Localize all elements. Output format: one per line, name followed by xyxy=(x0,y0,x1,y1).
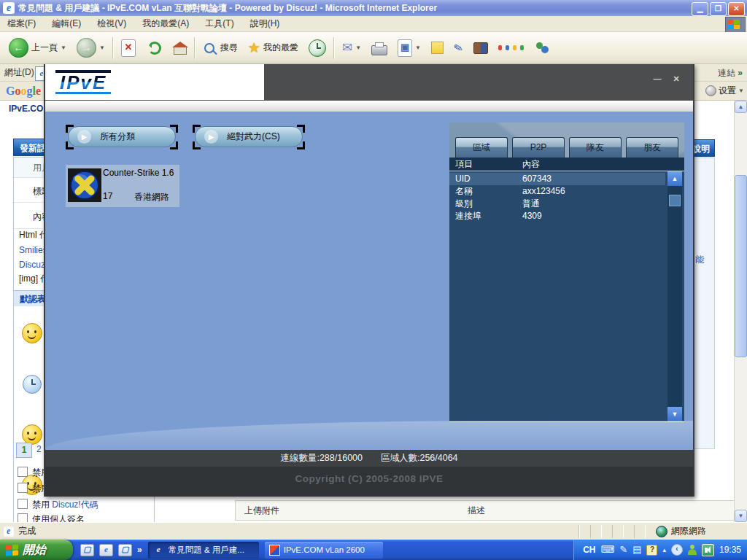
volume-icon[interactable] xyxy=(702,544,714,556)
app-status-line: 連線數量:288/16000 區域人數:256/4064 xyxy=(45,450,693,467)
help-tray-icon[interactable]: ? xyxy=(646,545,657,556)
refresh-button[interactable] xyxy=(143,38,166,58)
mail-dropdown-icon[interactable]: ▼ xyxy=(355,44,361,51)
hide-icons-button[interactable]: ▴ xyxy=(662,545,666,555)
search-button[interactable]: 搜尋 xyxy=(200,40,241,56)
mail-button[interactable]: ✉ ▼ xyxy=(339,39,364,57)
tab-teammates[interactable]: 隊友 xyxy=(569,137,622,158)
menu-tools[interactable]: 工具(T) xyxy=(205,18,233,30)
research-button[interactable] xyxy=(471,41,491,55)
ipve-logo: IPvE xyxy=(55,70,111,94)
blush-smiley-icon[interactable] xyxy=(22,424,42,445)
menu-edit[interactable]: 編輯(E) xyxy=(52,18,81,30)
scrollbar-thumb[interactable] xyxy=(735,175,747,357)
pen-icon[interactable]: ✎ xyxy=(619,545,627,555)
taskbar-task-vlan[interactable]: IPvE.COM vLan 2600 xyxy=(265,542,383,559)
back-button[interactable]: ← 上一頁 ▼ xyxy=(6,36,69,59)
ie-quicklaunch-icon[interactable]: e xyxy=(99,544,113,556)
zone-stat: 區域人數:256/4064 xyxy=(381,453,458,463)
checkbox-icon[interactable] xyxy=(18,483,28,493)
google-settings-label: 设置 xyxy=(719,85,736,97)
info-panel: 區域 P2P 隊友 朋友 項目 內容 UID607343 名稱axx123456 xyxy=(449,122,684,422)
column-item: 項目 xyxy=(455,158,473,171)
browser-scrollbar[interactable]: ▲ ▼ xyxy=(734,101,747,522)
tab-p2p[interactable]: P2P xyxy=(512,137,565,158)
table-row-uid[interactable]: UID607343 xyxy=(449,173,665,185)
menu-file[interactable]: 檔案(F) xyxy=(7,18,36,30)
scroll-up-icon[interactable]: ▲ xyxy=(735,101,747,113)
forward-button[interactable]: → ▼ xyxy=(74,36,108,59)
app-copyright: Copyright (C) 2005-2008 IPVE xyxy=(45,467,693,497)
table-row-name[interactable]: 名稱axx123456 xyxy=(449,185,665,198)
pagination-page-2[interactable]: 2 xyxy=(36,444,42,454)
scroll-down-icon[interactable]: ▼ xyxy=(735,510,747,522)
ebay-button[interactable] xyxy=(495,44,527,52)
game-list-item[interactable]: Counter-Strike 1.6 17 香港網路 xyxy=(66,165,179,207)
discuz-code-link[interactable]: Discuz!代碼 xyxy=(52,499,98,510)
show-desktop-icon[interactable]: ▢ xyxy=(80,544,94,556)
taskbar: 開始 ▢ e ▢ » e 常見問題 & 用戶建... IPvE.COM vLan… xyxy=(0,540,747,560)
start-button[interactable]: 開始 xyxy=(0,540,73,560)
language-indicator[interactable]: CH xyxy=(583,545,595,555)
disable-discuz-checkbox-row[interactable]: 禁用 Discuz!代碼 xyxy=(18,499,98,511)
minimize-button[interactable]: ▁ xyxy=(692,2,708,16)
back-label: 上一頁 xyxy=(31,42,58,54)
app-minimize-button[interactable]: — xyxy=(651,74,664,85)
edit-dropdown-icon[interactable]: ▼ xyxy=(415,44,421,51)
description-label: 描述 xyxy=(468,501,485,520)
edit-button[interactable]: ▣ ▼ xyxy=(395,38,424,58)
smiley-icon[interactable] xyxy=(22,323,42,343)
notes-button[interactable] xyxy=(428,40,446,55)
all-categories-button[interactable]: ▶所有分類 xyxy=(66,125,178,149)
menu-favorites[interactable]: 我的最愛(A) xyxy=(142,18,189,30)
partial-link[interactable]: 能 xyxy=(695,254,704,266)
search-label: 搜尋 xyxy=(220,42,238,54)
menu-help[interactable]: 說明(H) xyxy=(250,18,280,30)
history-button[interactable] xyxy=(306,38,329,58)
panel-scrollbar-thumb[interactable] xyxy=(669,195,681,206)
game-name: Counter-Strike 1.6 xyxy=(103,168,174,178)
window-quicklaunch-icon[interactable]: ▢ xyxy=(118,544,132,556)
table-row-level[interactable]: 級別普通 xyxy=(449,198,665,210)
print-button[interactable] xyxy=(368,39,390,57)
notes-icon[interactable]: ▤ xyxy=(632,545,641,555)
google-settings-button[interactable]: 设置 ▼ xyxy=(705,85,744,97)
app-toolbar-strip xyxy=(45,101,693,112)
pagination-page-1[interactable]: 1 xyxy=(16,443,32,458)
close-button[interactable]: ✕ xyxy=(728,2,745,16)
messenger-button[interactable] xyxy=(532,39,552,57)
messenger-tray-icon[interactable]: ‹ xyxy=(671,544,683,556)
game-count: 17 xyxy=(103,191,112,201)
keyboard-icon[interactable]: ⌨ xyxy=(600,545,614,555)
discuss-button[interactable]: ✎ xyxy=(451,40,466,56)
links-label[interactable]: 連結 » xyxy=(718,67,743,79)
clock-smiley-icon[interactable] xyxy=(23,375,42,394)
user-status-icon[interactable] xyxy=(688,545,697,555)
quicklaunch-chevron-icon[interactable]: » xyxy=(137,545,142,555)
site-label[interactable]: IPvE.CO xyxy=(9,104,43,114)
table-row-port[interactable]: 連接埠4309 xyxy=(449,210,665,222)
home-button[interactable] xyxy=(171,39,190,56)
checkbox-icon[interactable] xyxy=(18,499,28,509)
taskbar-task-forum[interactable]: e 常見問題 & 用戶建... xyxy=(148,542,259,559)
stop-button[interactable]: ✕ xyxy=(118,38,139,58)
app-close-button[interactable]: ✕ xyxy=(670,74,683,85)
panel-scrollbar[interactable]: ▲ ▼ xyxy=(667,171,682,421)
tab-region[interactable]: 區域 xyxy=(455,137,508,158)
panel-scroll-down-icon[interactable]: ▼ xyxy=(667,407,682,421)
menu-view[interactable]: 檢視(V) xyxy=(97,18,126,30)
smilies-link[interactable]: Smilies xyxy=(19,245,47,255)
favorites-label: 我的最愛 xyxy=(263,42,298,54)
clock[interactable]: 19:35 xyxy=(719,545,741,555)
favorites-button[interactable]: ★ 我的最愛 xyxy=(245,39,301,56)
back-dropdown-icon[interactable]: ▼ xyxy=(61,44,66,51)
checkbox-icon[interactable] xyxy=(18,467,28,477)
counter-strike-category-button[interactable]: ▶絕對武力(CS) xyxy=(193,125,305,149)
maximize-button[interactable]: ❐ xyxy=(710,2,727,16)
tab-friends[interactable]: 朋友 xyxy=(626,137,678,158)
links-chevron-icon[interactable]: » xyxy=(738,68,743,78)
settings-ball-icon xyxy=(705,85,716,96)
panel-scroll-up-icon[interactable]: ▲ xyxy=(667,171,682,186)
toolbar-separator xyxy=(333,37,335,59)
book-icon xyxy=(473,42,488,54)
